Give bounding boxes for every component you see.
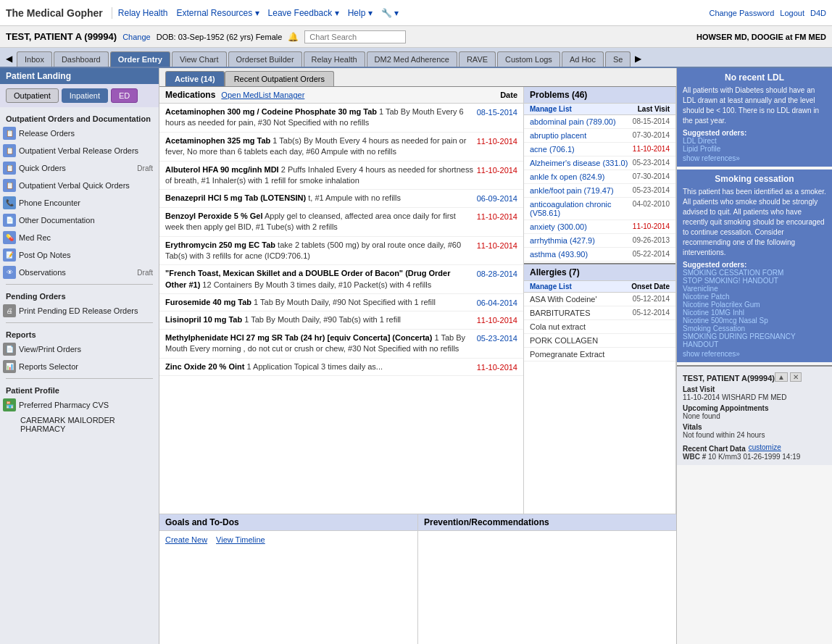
varenicline-link[interactable]: Varenicline <box>683 285 826 293</box>
nav-tools[interactable]: 🔧 ▾ <box>381 8 399 18</box>
nav-relay-health[interactable]: Relay Health <box>118 8 168 18</box>
tab-ad-hoc[interactable]: Ad Hoc <box>562 51 604 67</box>
tab-se[interactable]: Se <box>605 51 631 67</box>
tab-dashboard[interactable]: Dashboard <box>54 51 109 67</box>
problem-item-8[interactable]: arrhythmia (427.9) 09-26-2013 <box>524 234 675 248</box>
tab-recent-orders[interactable]: Recent Outpatient Orders <box>225 71 334 86</box>
patient-change-link[interactable]: Change <box>122 33 151 41</box>
release-orders-icon: 📋 <box>3 127 16 140</box>
prevention-panel: Prevention/Recommendations <box>418 514 676 644</box>
med-item-10[interactable]: Zinc Oxide 20 % Oint 1 Application Topic… <box>159 359 523 376</box>
allergies-subheader: Manage List Onset Date <box>524 281 675 293</box>
nicotine-10mg-link[interactable]: Nicotine 10MG Inhl <box>683 309 826 317</box>
open-medlist-link[interactable]: Open MedList Manager <box>221 91 304 99</box>
manage-list-link[interactable]: Manage List <box>530 105 572 113</box>
nicotine-gum-link[interactable]: Nicotine Polacrilex Gum <box>683 301 826 309</box>
problem-item-1[interactable]: abruptio placent 07-30-2014 <box>524 129 675 143</box>
tab-view-chart[interactable]: View Chart <box>172 51 227 67</box>
tab-arrow-right[interactable]: ▶ <box>632 51 644 67</box>
tab-rave[interactable]: RAVE <box>459 51 496 67</box>
med-item-5[interactable]: Erythromycin 250 mg EC Tab take 2 tablet… <box>159 237 523 266</box>
sidebar-item-quick-orders[interactable]: 📋 Quick Orders Draft <box>0 159 159 177</box>
problem-item-5[interactable]: ankle/foot pain (719.47) 05-23-2014 <box>524 184 675 198</box>
problem-item-4[interactable]: ankle fx open (824.9) 07-30-2014 <box>524 170 675 184</box>
stop-smoking-handout-link[interactable]: STOP SMOKING! HANDOUT <box>683 277 826 285</box>
problem-item-7[interactable]: anxiety (300.00) 11-10-2014 <box>524 220 675 234</box>
med-item-9[interactable]: Methylphenidate HCl 27 mg SR Tab (24 hr)… <box>159 330 523 359</box>
create-new-link[interactable]: Create New <box>165 535 207 544</box>
allergy-item-0[interactable]: ASA With Codeine' 05-12-2014 <box>524 293 675 306</box>
ldl-title: No recent LDL <box>683 72 826 83</box>
problem-item-3[interactable]: Alzheimer's disease (331.0) 05-23-2014 <box>524 156 675 170</box>
problem-item-6[interactable]: anticoagulation chronic (V58.61) 04-02-2… <box>524 198 675 220</box>
med-item-0[interactable]: Acetaminophen 300 mg / Codeine Phosphate… <box>159 104 523 133</box>
wbc-row: WBC # 10 K/mm3 01-26-1999 14:19 <box>683 453 826 461</box>
med-item-7[interactable]: Furosemide 40 mg Tab 1 Tab By Mouth Dail… <box>159 294 523 311</box>
nicotine-nasal-link[interactable]: Nicotine 500mcg Nasal Sp <box>683 317 826 325</box>
sidebar-item-post-op[interactable]: 📝 Post Op Notes <box>0 246 159 264</box>
vitals-value: Not found within 24 hours <box>683 431 826 439</box>
tab-inbox[interactable]: Inbox <box>17 51 52 67</box>
smoking-pregnancy-link[interactable]: SMOKING DURING PREGNANCY HANDOUT <box>683 333 826 348</box>
problem-item-0[interactable]: abdominal pain (789.00) 08-15-2014 <box>524 115 675 129</box>
sidebar-item-verbal-quick[interactable]: 📋 Outpatient Verbal Quick Orders <box>0 177 159 194</box>
sidebar-item-phone-encounter[interactable]: 📞 Phone Encounter <box>0 194 159 212</box>
ldl-show-refs[interactable]: show references» <box>683 154 826 162</box>
med-item-2[interactable]: Albuterol HFA 90 mcg/inh MDI 2 Puffs Inh… <box>159 162 523 191</box>
d4d-link[interactable]: D4D <box>810 9 826 17</box>
summary-close-btn[interactable]: ✕ <box>790 372 802 382</box>
smoking-cessation-link[interactable]: Smoking Cessation <box>683 325 826 333</box>
sidebar-item-view-print-orders[interactable]: 📄 View/Print Orders <box>0 340 159 358</box>
problem-item-2[interactable]: acne (706.1) 11-10-2014 <box>524 143 675 156</box>
med-item-6[interactable]: "French Toast, Mexican Skillet and a DOU… <box>159 265 523 294</box>
summary-collapse-btn[interactable]: ▲ <box>775 372 788 382</box>
sidebar-item-med-rec[interactable]: 💊 Med Rec <box>0 229 159 246</box>
nav-external-resources[interactable]: External Resources ▾ <box>177 8 259 18</box>
tab-custom-logs[interactable]: Custom Logs <box>497 51 560 67</box>
med-item-3[interactable]: Benazepril HCl 5 mg Tab (LOTENSIN) t, #1… <box>159 190 523 207</box>
sidebar-item-pharmacy-cvs[interactable]: 🏪 Preferred Pharmacy CVS <box>0 396 159 414</box>
sidebar: Patient Landing Outpatient Inpatient ED … <box>0 68 159 644</box>
chart-search-input[interactable] <box>304 30 406 43</box>
sidebar-item-verbal-release[interactable]: 📋 Outpatient Verbal Release Orders <box>0 142 159 159</box>
view-print-icon: 📄 <box>3 343 16 356</box>
change-password-link[interactable]: Change Password <box>709 9 774 17</box>
ldl-panel: No recent LDL All patients with Diabetes… <box>677 68 832 167</box>
logout-link[interactable]: Logout <box>780 9 804 17</box>
tab-relay-health[interactable]: Relay Health <box>304 51 365 67</box>
allergy-manage-list-link[interactable]: Manage List <box>530 283 572 290</box>
med-item-8[interactable]: Lisinopril 10 mg Tab 1 Tab By Mouth Dail… <box>159 311 523 329</box>
med-item-4[interactable]: Benzoyl Peroxide 5 % Gel Apply gel to cl… <box>159 208 523 237</box>
sidebar-item-observations[interactable]: 👁 Observations Draft <box>0 264 159 281</box>
nav-help[interactable]: Help ▾ <box>348 8 373 18</box>
med-item-1[interactable]: Acetaminophen 325 mg Tab 1 Tab(s) By Mou… <box>159 133 523 162</box>
smoking-cessation-form-link[interactable]: SMOKING CESSATION FORM <box>683 269 826 277</box>
inpatient-tab-btn[interactable]: Inpatient <box>62 88 108 103</box>
problem-item-9[interactable]: asthma (493.90) 05-22-2014 <box>524 248 675 262</box>
goals-header: Goals and To-Dos <box>159 514 417 531</box>
other-doc-icon: 📄 <box>3 214 16 227</box>
sidebar-item-release-orders[interactable]: 📋 Release Orders <box>0 125 159 142</box>
sidebar-item-print-pending[interactable]: 🖨 Print Pending ED Release Orders <box>0 302 159 319</box>
sidebar-section-orders: Outpatient Orders and Documentation <box>0 110 159 125</box>
smoking-show-refs[interactable]: show references» <box>683 350 826 358</box>
nav-leave-feedback[interactable]: Leave Feedback ▾ <box>268 8 339 18</box>
tab-orderset-builder[interactable]: Orderset Builder <box>228 51 302 67</box>
smoking-title: Smoking cessation <box>683 174 826 184</box>
upcoming-value: None found <box>683 412 826 420</box>
tab-active-orders[interactable]: Active (14) <box>165 71 225 86</box>
customize-link[interactable]: customize <box>749 443 781 451</box>
tab-dm2[interactable]: DM2 Med Adherence <box>367 51 457 67</box>
ed-tab-btn[interactable]: ED <box>111 88 138 103</box>
ldl-direct-link[interactable]: LDL Direct <box>683 137 826 145</box>
sidebar-item-other-doc[interactable]: 📄 Other Documentation <box>0 212 159 229</box>
sidebar-item-reports-selector[interactable]: 📊 Reports Selector <box>0 358 159 375</box>
tab-order-entry[interactable]: Order Entry <box>110 51 170 67</box>
view-timeline-link[interactable]: View Timeline <box>216 535 265 544</box>
tab-arrow-left[interactable]: ◀ <box>3 51 15 67</box>
lipid-profile-link[interactable]: Lipid Profile <box>683 145 826 153</box>
allergy-item-1[interactable]: BARBITURATES 05-12-2014 <box>524 306 675 320</box>
nicotine-patch-link[interactable]: Nicotine Patch <box>683 293 826 301</box>
smoking-suggested-label: Suggested orders: <box>683 261 826 269</box>
outpatient-tab-btn[interactable]: Outpatient <box>6 88 59 103</box>
